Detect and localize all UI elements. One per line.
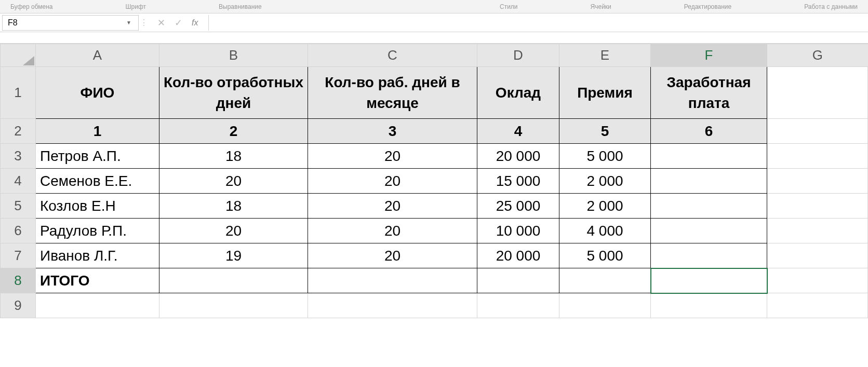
divider: ⋮ [139,18,149,28]
row-header-8[interactable]: 8 [1,268,36,293]
ribbon-group-label: Работа с данными [804,3,858,10]
row-header-2[interactable]: 2 [1,119,36,144]
cell-E2[interactable]: 5 [559,119,651,144]
cell-E1[interactable]: Премия [559,67,651,119]
ribbon-group-label: Выравнивание [219,3,262,10]
cell-F8-selected[interactable] [651,268,767,293]
col-header-A[interactable]: A [36,44,159,67]
row-header-5[interactable]: 5 [1,194,36,219]
fx-icon[interactable]: fx [192,18,198,28]
cell-B1[interactable]: Кол-во отработных дней [159,67,308,119]
cell-G2[interactable] [767,119,868,144]
cell-D8[interactable] [477,268,559,293]
col-header-B[interactable]: B [159,44,308,67]
cell-G9[interactable] [767,293,868,318]
ribbon-group-label: Буфер обмена [10,3,53,10]
dropdown-icon[interactable]: ▼ [125,20,133,25]
cell-A2[interactable]: 1 [36,119,159,144]
ribbon-group-label: Шрифт [126,3,146,10]
cell-G3[interactable] [767,144,868,169]
cell-F1[interactable]: Заработная плата [651,67,767,119]
col-header-E[interactable]: E [559,44,651,67]
cell-C6[interactable]: 20 [308,219,477,243]
cell-F9[interactable] [651,293,767,318]
cell-E9[interactable] [559,293,651,318]
cell-B4[interactable]: 20 [159,169,308,194]
cell-C5[interactable]: 20 [308,194,477,219]
cell-F7[interactable] [651,243,767,268]
cell-C8[interactable] [308,268,477,293]
cell-B7[interactable]: 19 [159,243,308,268]
cell-A9[interactable] [36,293,159,318]
cell-F3[interactable] [651,144,767,169]
cell-C7[interactable]: 20 [308,243,477,268]
confirm-icon[interactable]: ✓ [175,17,182,29]
cell-F4[interactable] [651,169,767,194]
cell-B5[interactable]: 18 [159,194,308,219]
cell-D5[interactable]: 25 000 [477,194,559,219]
cell-G4[interactable] [767,169,868,194]
cell-G1[interactable] [767,67,868,119]
cell-D4[interactable]: 15 000 [477,169,559,194]
cell-E3[interactable]: 5 000 [559,144,651,169]
row-header-7[interactable]: 7 [1,243,36,268]
cell-B6[interactable]: 20 [159,219,308,243]
ribbon-group-label: Редактирование [684,3,731,10]
cell-A6[interactable]: Радулов Р.П. [36,219,159,243]
cell-A5[interactable]: Козлов Е.Н [36,194,159,219]
row-header-1[interactable]: 1 [1,67,36,119]
row-header-9[interactable]: 9 [1,293,36,318]
cell-D2[interactable]: 4 [477,119,559,144]
col-header-D[interactable]: D [477,44,559,67]
cell-D7[interactable]: 20 000 [477,243,559,268]
select-all-corner[interactable] [1,44,36,67]
cell-D3[interactable]: 20 000 [477,144,559,169]
col-header-C[interactable]: C [308,44,477,67]
cell-C2[interactable]: 3 [308,119,477,144]
spreadsheet-grid: A B C D E F G 1 ФИО Кол-во отработных дн… [0,44,868,318]
cell-C9[interactable] [308,293,477,318]
row-header-3[interactable]: 3 [1,144,36,169]
cell-E4[interactable]: 2 000 [559,169,651,194]
cell-A1[interactable]: ФИО [36,67,159,119]
cell-C1[interactable]: Кол-во раб. дней в месяце [308,67,477,119]
cell-B9[interactable] [159,293,308,318]
row-header-6[interactable]: 6 [1,219,36,243]
cell-B2[interactable]: 2 [159,119,308,144]
cell-C4[interactable]: 20 [308,169,477,194]
col-header-F[interactable]: F [651,44,767,67]
cell-A3[interactable]: Петров А.П. [36,144,159,169]
col-header-G[interactable]: G [767,44,868,67]
ribbon-group-label: Ячейки [591,3,611,10]
cell-A7[interactable]: Иванов Л.Г. [36,243,159,268]
cell-G6[interactable] [767,219,868,243]
cell-G7[interactable] [767,243,868,268]
cell-E7[interactable]: 5 000 [559,243,651,268]
cell-G5[interactable] [767,194,868,219]
cell-A4[interactable]: Семенов Е.Е. [36,169,159,194]
cell-B8[interactable] [159,268,308,293]
cell-F2[interactable]: 6 [651,119,767,144]
cell-F5[interactable] [651,194,767,219]
cell-E6[interactable]: 4 000 [559,219,651,243]
ribbon-group-label: Стили [500,3,518,10]
ribbon-groups: Буфер обмена Шрифт Выравнивание Стили Яч… [0,0,868,13]
name-box[interactable]: F8 ▼ [2,15,139,31]
spacer [0,32,868,44]
cell-E8[interactable] [559,268,651,293]
cell-E5[interactable]: 2 000 [559,194,651,219]
cell-D6[interactable]: 10 000 [477,219,559,243]
formula-input[interactable] [208,15,868,31]
name-box-value: F8 [8,18,125,28]
cell-A8[interactable]: ИТОГО [36,268,159,293]
cell-G8[interactable] [767,268,868,293]
cell-B3[interactable]: 18 [159,144,308,169]
cell-F6[interactable] [651,219,767,243]
cancel-icon[interactable]: ✕ [157,17,165,29]
row-header-4[interactable]: 4 [1,169,36,194]
cell-D1[interactable]: Оклад [477,67,559,119]
cell-D9[interactable] [477,293,559,318]
formula-bar: F8 ▼ ⋮ ✕ ✓ fx [0,13,868,32]
cell-C3[interactable]: 20 [308,144,477,169]
